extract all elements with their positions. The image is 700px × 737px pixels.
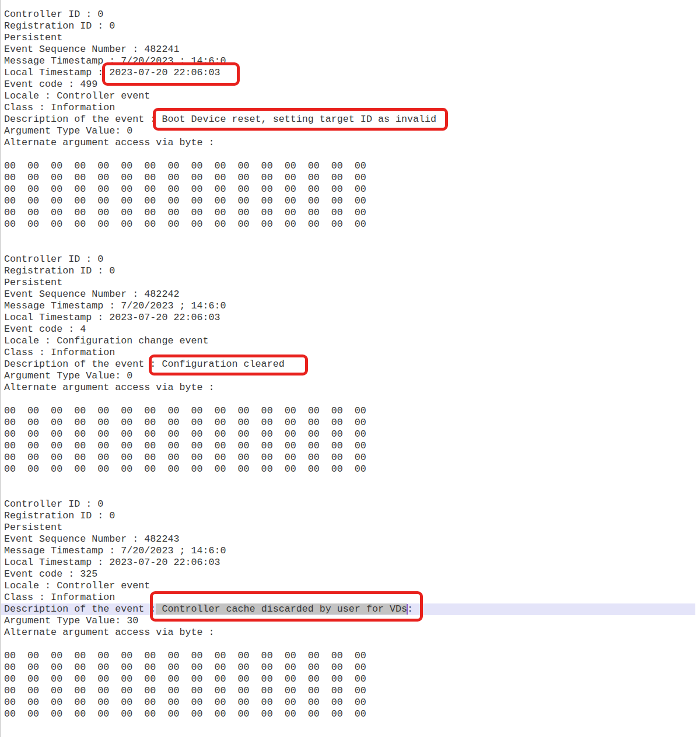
log-text: Controller ID : 0Registration ID : 0Pers… [1, 0, 700, 737]
hex-row: 00 00 00 00 00 00 00 00 00 00 00 00 00 0… [4, 184, 700, 195]
hex-row: 00 00 00 00 00 00 00 00 00 00 00 00 00 0… [4, 429, 700, 440]
hex-row: 00 00 00 00 00 00 00 00 00 00 00 00 00 0… [4, 417, 700, 429]
log-line: Controller ID : 0 [4, 254, 700, 265]
hex-row: 00 00 00 00 00 00 00 00 00 00 00 00 00 0… [4, 697, 700, 708]
log-line: Event Sequence Number : 482243 [4, 534, 700, 545]
blank-line [4, 475, 700, 487]
log-line-selected: Description of the event : Controller ca… [1, 603, 695, 615]
log-line: Alternate argument access via byte : [4, 382, 700, 394]
log-line: Event code : 325 [4, 568, 700, 580]
log-line: Description of the event : Configuration… [4, 359, 700, 370]
line-prefix: Description of the event : [4, 603, 156, 615]
line-suffix: : [407, 603, 413, 615]
blank-line [4, 732, 700, 737]
log-line: Locale : Controller event [4, 90, 700, 102]
blank-line [4, 242, 700, 254]
blank-line [4, 149, 700, 160]
hex-row: 00 00 00 00 00 00 00 00 00 00 00 00 00 0… [4, 464, 700, 475]
log-line: Local Timestamp : 2023-07-20 22:06:03 [4, 557, 700, 568]
log-line: Event code : 499 [4, 79, 700, 90]
log-line: Message Timestamp : 7/20/2023 ; 14:6:0 [4, 545, 700, 557]
log-line: Locale : Configuration change event [4, 335, 700, 347]
log-line: Local Timestamp : 2023-07-20 22:06:03 [4, 312, 700, 324]
log-line: Persistent [4, 277, 700, 289]
log-line: Local Timestamp : 2023-07-20 22:06:03 [4, 67, 700, 79]
log-line: Event Sequence Number : 482242 [4, 289, 700, 300]
hex-row: 00 00 00 00 00 00 00 00 00 00 00 00 00 0… [4, 219, 700, 230]
hex-row: 00 00 00 00 00 00 00 00 00 00 00 00 00 0… [4, 160, 700, 172]
hex-row: 00 00 00 00 00 00 00 00 00 00 00 00 00 0… [4, 172, 700, 184]
hex-row: 00 00 00 00 00 00 00 00 00 00 00 00 00 0… [4, 662, 700, 673]
log-line: Registration ID : 0 [4, 265, 700, 277]
hex-row: 00 00 00 00 00 00 00 00 00 00 00 00 00 0… [4, 195, 700, 207]
hex-row: 00 00 00 00 00 00 00 00 00 00 00 00 00 0… [4, 452, 700, 464]
log-line: Description of the event : Boot Device r… [4, 114, 700, 125]
log-line: Controller ID : 0 [4, 9, 700, 20]
log-line: Persistent [4, 522, 700, 534]
selected-text: Controller cache discarded by user for V… [156, 603, 407, 615]
hex-row: 00 00 00 00 00 00 00 00 00 00 00 00 00 0… [4, 650, 700, 662]
hex-row: 00 00 00 00 00 00 00 00 00 00 00 00 00 0… [4, 708, 700, 720]
log-line: Alternate argument access via byte : [4, 137, 700, 149]
log-line: Argument Type Value: 0 [4, 370, 700, 382]
log-line: Registration ID : 0 [4, 20, 700, 32]
log-line: Event Sequence Number : 482241 [4, 44, 700, 55]
blank-line [4, 230, 700, 242]
blank-line [4, 720, 700, 732]
hex-row: 00 00 00 00 00 00 00 00 00 00 00 00 00 0… [4, 673, 700, 685]
log-line: Locale : Controller event [4, 580, 700, 592]
log-line: Class : Information [4, 102, 700, 114]
hex-row: 00 00 00 00 00 00 00 00 00 00 00 00 00 0… [4, 440, 700, 452]
log-line: Message Timestamp : 7/20/2023 ; 14:6:0 [4, 300, 700, 312]
log-line: Alternate argument access via byte : [4, 627, 700, 638]
log-line: Class : Information [4, 347, 700, 359]
log-line: Class : Information [4, 592, 700, 603]
hex-row: 00 00 00 00 00 00 00 00 00 00 00 00 00 0… [4, 685, 700, 697]
hex-row: 00 00 00 00 00 00 00 00 00 00 00 00 00 0… [4, 405, 700, 417]
log-line: Controller ID : 0 [4, 499, 700, 510]
log-line: Event code : 4 [4, 324, 700, 335]
log-line: Registration ID : 0 [4, 510, 700, 522]
blank-line [4, 487, 700, 499]
log-line: Argument Type Value: 30 [4, 615, 700, 627]
event-log-viewer: Controller ID : 0Registration ID : 0Pers… [0, 0, 700, 737]
blank-line [4, 638, 700, 650]
blank-line [4, 394, 700, 405]
log-line: Argument Type Value: 0 [4, 125, 700, 137]
log-line: Persistent [4, 32, 700, 44]
log-line: Message Timestamp : 7/20/2023 ; 14:6:0 [4, 55, 700, 67]
hex-row: 00 00 00 00 00 00 00 00 00 00 00 00 00 0… [4, 207, 700, 219]
